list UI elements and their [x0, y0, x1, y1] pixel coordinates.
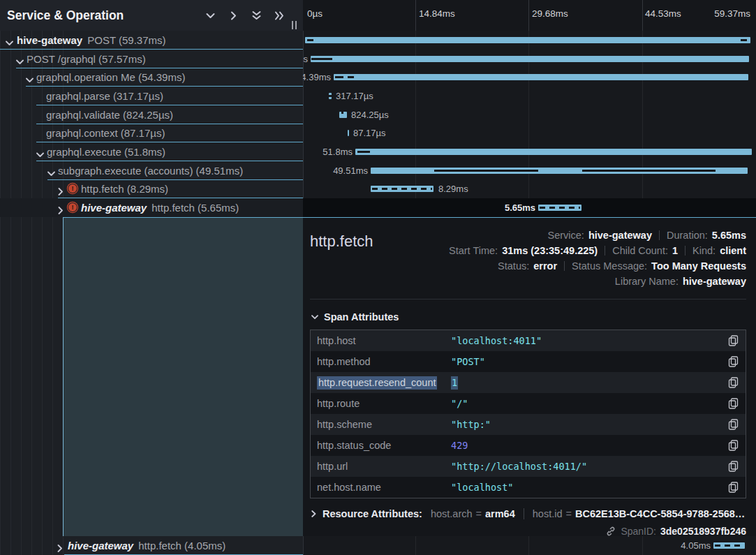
time-tick: 0µs	[307, 8, 323, 19]
tree-row-http-fetch-565-selected[interactable]: hive-gatewayhttp.fetch (5.65ms)	[0, 198, 303, 217]
span-operation: graphql.validate (824.25µs)	[46, 109, 173, 121]
timeline-row[interactable]: 4.05ms	[303, 536, 756, 555]
tree-row-graphql-parse[interactable]: graphql.parse (317.17µs)	[0, 87, 303, 105]
attribute-value: "POST"	[451, 356, 728, 367]
span-id-value[interactable]: 3de02518937fb246	[660, 526, 746, 537]
span-bar[interactable]	[311, 56, 749, 62]
span-bar[interactable]	[329, 93, 332, 99]
copy-icon[interactable]	[728, 377, 739, 388]
double-chevron-down-icon[interactable]	[251, 10, 262, 21]
tree-row-hive-gateway-post[interactable]: hive-gatewayPOST (59.37ms)	[0, 31, 303, 50]
span-operation: graphql.execute (51.8ms)	[47, 146, 165, 158]
span-bar[interactable]	[305, 37, 750, 43]
span-service: hive-gateway	[17, 34, 82, 46]
tree-row-http-fetch-829[interactable]: http.fetch (8.29ms)	[0, 179, 303, 198]
timeline-row[interactable]: 8.29ms	[303, 179, 756, 198]
span-bar[interactable]	[355, 149, 752, 155]
chevron-down-icon[interactable]	[16, 55, 24, 63]
chevron-down-icon[interactable]	[6, 36, 13, 44]
span-attributes-header[interactable]: Span Attributes	[311, 311, 746, 323]
attribute-row[interactable]: http.method "POST"	[311, 351, 746, 372]
duration-label: 824.25µs	[351, 110, 389, 120]
meta-value: hive-gateway	[683, 276, 746, 287]
chevron-down-icon[interactable]	[36, 148, 44, 156]
tree-row-post-graphql[interactable]: POST /graphql (57.57ms)	[0, 50, 303, 68]
copy-icon[interactable]	[728, 419, 739, 430]
duration-label: 49.51ms	[333, 165, 368, 176]
double-chevron-right-icon[interactable]	[274, 10, 285, 21]
chevron-right-icon[interactable]	[228, 10, 239, 21]
span-detail-panel: http.fetch Service:hive-gateway Duration…	[303, 217, 756, 536]
meta-value: hive-gateway	[588, 230, 652, 241]
chevron-right-icon[interactable]	[58, 205, 66, 212]
chevron-down-icon[interactable]	[26, 73, 34, 81]
attribute-row[interactable]: http.request.resend_count 1	[311, 372, 746, 393]
meta-value: client	[720, 245, 746, 256]
timeline-row-selected[interactable]: 5.65ms	[303, 198, 756, 217]
span-operation: subgraph.execute (accounts) (49.51ms)	[58, 165, 243, 177]
tree-row-graphql-context[interactable]: graphql.context (87.17µs)	[0, 124, 303, 142]
chevron-right-icon[interactable]	[58, 186, 66, 193]
tree-row-graphql-validate[interactable]: graphql.validate (824.25µs)	[0, 105, 303, 124]
attribute-value: "http:"	[451, 419, 728, 430]
timeline-row[interactable]: 54.39ms	[303, 68, 756, 87]
duration-label: 8.29ms	[438, 184, 468, 194]
span-bar[interactable]	[348, 130, 349, 136]
timeline-panel: 0µs 14.84ms 29.68ms 44.53ms 59.37ms 57.5…	[303, 0, 756, 555]
attribute-row[interactable]: http.status_code 429	[311, 435, 746, 456]
service-operation-panel: Service & Operation hive-gatewayPOST (59…	[0, 0, 303, 555]
timeline-row[interactable]	[303, 31, 756, 50]
tree-header: Service & Operation	[0, 0, 303, 31]
trace-viewer: Service & Operation hive-gatewayPOST (59…	[0, 0, 756, 555]
copy-icon[interactable]	[728, 356, 739, 367]
timeline-row[interactable]: 317.17µs	[303, 87, 756, 105]
tree-row-subgraph-execute[interactable]: subgraph.execute (accounts) (49.51ms)	[0, 161, 303, 180]
span-bar[interactable]	[538, 205, 581, 211]
copy-icon[interactable]	[728, 461, 739, 472]
span-service: hive-gateway	[81, 202, 147, 214]
equals-sign: =	[476, 508, 482, 519]
span-id-label: SpanID:	[621, 526, 656, 537]
attribute-row[interactable]: net.host.name "localhost"	[311, 477, 746, 498]
attribute-row[interactable]: http.route "/"	[311, 393, 746, 414]
panel-resizer-handle[interactable]	[290, 21, 297, 29]
attribute-row[interactable]: http.url "http://localhost:4011/"	[311, 456, 746, 477]
timeline-row[interactable]: 824.25µs	[303, 105, 756, 124]
attribute-row[interactable]: http.scheme "http:"	[311, 414, 746, 435]
span-bar[interactable]	[339, 112, 347, 118]
timeline-row[interactable]: 87.17µs	[303, 124, 756, 142]
span-operation: graphql.operation Me (54.39ms)	[36, 71, 185, 83]
timeline-row[interactable]: 57.57ms	[303, 50, 756, 68]
meta-value: Too Many Requests	[651, 260, 746, 272]
tree-row-http-fetch-405[interactable]: hive-gatewayhttp.fetch (4.05ms)	[0, 536, 303, 555]
span-operation: http.fetch (8.29ms)	[81, 183, 168, 195]
copy-icon[interactable]	[728, 482, 739, 493]
meta-label: Start Time:	[449, 245, 498, 256]
timeline-row[interactable]: 49.51ms	[303, 161, 756, 180]
duration-label: 317.17µs	[336, 91, 373, 101]
span-bar[interactable]	[334, 74, 748, 80]
chevron-down-icon[interactable]	[205, 10, 216, 21]
time-tick: 59.37ms	[714, 8, 750, 19]
span-detail-title: http.fetch	[310, 228, 373, 289]
resource-key: host.arch	[431, 508, 473, 519]
attribute-value-selected: 1	[451, 376, 458, 390]
timeline-row[interactable]: 51.8ms	[303, 142, 756, 161]
copy-icon[interactable]	[728, 440, 739, 451]
copy-icon[interactable]	[728, 335, 739, 346]
attribute-row[interactable]: http.host "localhost:4011"	[311, 330, 746, 351]
tree-row-graphql-execute[interactable]: graphql.execute (51.8ms)	[0, 142, 303, 161]
meta-value: 5.65ms	[712, 230, 746, 241]
meta-value: 31ms (23:35:49.225)	[502, 245, 598, 256]
time-tick: 14.84ms	[419, 8, 455, 19]
chevron-down-icon[interactable]	[47, 167, 55, 175]
attribute-key: http.route	[317, 398, 451, 409]
resource-attributes-row[interactable]: Resource Attributes: host.arch = arm64 h…	[311, 508, 746, 519]
chevron-right-icon[interactable]	[57, 542, 65, 550]
copy-icon[interactable]	[728, 398, 739, 409]
span-bar[interactable]	[371, 168, 748, 174]
tree-row-graphql-operation[interactable]: graphql.operation Me (54.39ms)	[0, 68, 303, 87]
attribute-key-selected: http.request.resend_count	[317, 376, 437, 390]
span-bar[interactable]	[713, 542, 745, 549]
span-bar[interactable]	[371, 186, 433, 192]
